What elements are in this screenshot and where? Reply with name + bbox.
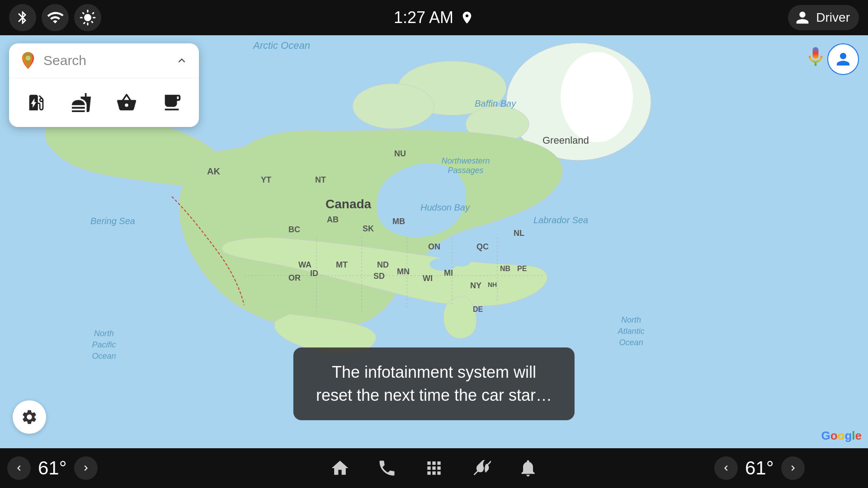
temp-left-display: 61° [35,457,70,479]
top-bar: 1:27 AM Driver [0,0,868,35]
top-bar-right: Driver [788,5,859,30]
microphone-button[interactable] [804,45,827,69]
maps-logo-icon [18,51,38,70]
location-pin-icon [460,10,474,25]
svg-point-4 [353,84,434,129]
home-nav-button[interactable] [330,458,350,478]
time-display: 1:27 AM [394,8,453,27]
bluetooth-button[interactable] [9,4,36,31]
bottom-center [154,458,714,478]
search-shortcuts [9,78,199,127]
google-logo: Google [821,429,862,443]
toast-message: The infotainment system willreset the ne… [316,363,552,404]
temp-right-increase-button[interactable] [781,456,805,480]
svg-point-2 [561,52,633,142]
search-card: Search [9,43,199,127]
top-bar-center: 1:27 AM [394,8,474,27]
temp-left-decrease-button[interactable] [7,456,31,480]
svg-point-7 [452,258,470,267]
settings-button[interactable] [13,400,46,434]
cafe-shortcut[interactable] [156,86,188,119]
collapse-button[interactable] [174,52,190,69]
search-input[interactable]: Search [43,53,174,68]
search-top[interactable]: Search [9,43,199,78]
wifi-button[interactable] [42,4,69,31]
svg-point-6 [429,258,457,271]
bottom-bar: 61° [0,448,868,488]
top-bar-left [9,4,101,31]
fan-nav-button[interactable] [471,458,491,478]
grocery-shortcut[interactable] [110,86,143,119]
driver-button[interactable]: Driver [788,5,859,30]
temp-right-decrease-button[interactable] [714,456,738,480]
phone-nav-button[interactable] [377,458,397,478]
driver-label: Driver [816,10,850,25]
notifications-nav-button[interactable] [518,458,538,478]
user-icon [793,9,811,27]
temp-left-increase-button[interactable] [74,456,98,480]
restaurant-shortcut[interactable] [65,86,98,119]
temp-right-display: 61° [742,457,777,479]
bottom-left: 61° [0,456,154,480]
apps-nav-button[interactable] [424,458,444,478]
gas-station-shortcut[interactable] [20,86,52,119]
bottom-right: 61° [714,456,868,480]
user-avatar-button[interactable] [827,43,859,75]
toast-notification: The infotainment system willreset the ne… [293,347,575,420]
brightness-button[interactable] [74,4,101,31]
